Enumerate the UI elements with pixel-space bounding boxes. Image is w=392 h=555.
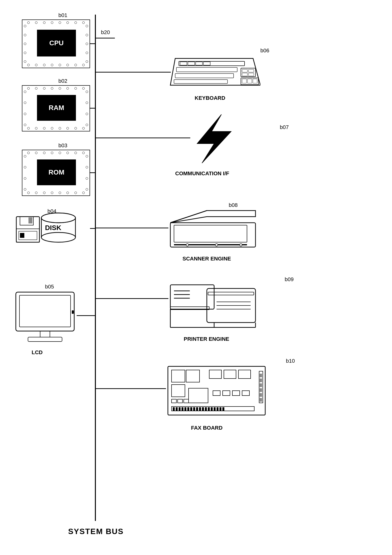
svg-point-11 [41, 213, 75, 223]
svg-rect-34 [247, 79, 252, 83]
ref-b01: b01 [58, 12, 67, 18]
disk-hline [90, 228, 95, 229]
ref-b08: b08 [229, 202, 238, 208]
svg-rect-14 [19, 295, 71, 327]
lcd-hline [77, 315, 95, 316]
svg-rect-99 [184, 399, 189, 403]
svg-rect-3 [16, 229, 39, 242]
keyboard-text-label: KEYBOARD [195, 95, 225, 101]
svg-rect-88 [219, 407, 221, 411]
svg-rect-29 [242, 73, 247, 76]
lcd-monitor [13, 291, 77, 344]
svg-rect-30 [248, 69, 254, 72]
svg-rect-82 [202, 407, 204, 411]
svg-marker-37 [170, 211, 255, 223]
ram-hline [90, 108, 95, 109]
printer-icon [168, 282, 260, 331]
svg-rect-22 [196, 62, 202, 65]
svg-text:DISK: DISK [45, 224, 61, 231]
svg-rect-67 [213, 391, 220, 396]
svg-rect-89 [222, 407, 224, 411]
svg-rect-83 [205, 407, 207, 411]
svg-rect-63 [209, 370, 221, 379]
svg-rect-84 [208, 407, 210, 411]
svg-point-10 [41, 232, 75, 242]
cpu-hline [90, 43, 95, 44]
svg-rect-92 [260, 379, 262, 382]
svg-rect-25 [175, 74, 234, 78]
keyboard-hline [95, 72, 171, 73]
ref-b07: b07 [280, 124, 289, 130]
svg-rect-2 [28, 217, 32, 223]
ref-b20: b20 [101, 29, 110, 36]
svg-rect-69 [232, 391, 240, 396]
floppy-icon [15, 215, 42, 245]
svg-rect-96 [260, 398, 262, 402]
svg-rect-80 [196, 407, 198, 411]
scanner-hline [95, 228, 168, 228]
svg-rect-20 [180, 62, 187, 65]
rom-hline [90, 172, 95, 173]
fax-board-text-label: FAX BOARD [191, 425, 223, 431]
svg-rect-60 [172, 370, 185, 382]
svg-rect-21 [188, 62, 195, 65]
scanner-icon [168, 208, 260, 251]
svg-rect-23 [203, 62, 210, 65]
system-bus-line [95, 15, 96, 521]
fax-board-icon [165, 364, 268, 420]
svg-rect-40 [174, 225, 247, 242]
svg-rect-64 [224, 370, 236, 379]
svg-rect-93 [260, 383, 262, 387]
ram-chip: RAM [22, 85, 90, 131]
comm-hline [95, 138, 190, 138]
svg-rect-78 [190, 407, 192, 411]
ram-label: RAM [37, 95, 76, 121]
printer-hline [95, 298, 168, 299]
comm-if-icon [182, 112, 241, 166]
svg-rect-95 [260, 393, 262, 397]
svg-rect-70 [242, 391, 249, 396]
disk-cylinder: DISK [39, 212, 78, 243]
svg-rect-75 [182, 407, 183, 411]
svg-rect-87 [217, 407, 219, 411]
svg-rect-16 [28, 337, 62, 342]
svg-rect-28 [242, 69, 247, 72]
svg-rect-24 [176, 67, 237, 72]
svg-rect-72 [173, 407, 175, 411]
rom-label: ROM [37, 159, 76, 185]
svg-point-44 [240, 244, 242, 246]
svg-rect-98 [178, 399, 182, 403]
fax-hline [95, 388, 166, 389]
svg-rect-66 [189, 388, 208, 403]
system-bus-label: SYSTEM BUS [68, 527, 124, 536]
ref-b05: b05 [45, 284, 54, 290]
svg-rect-81 [199, 407, 201, 411]
svg-rect-68 [223, 391, 230, 396]
ref-b06: b06 [260, 47, 269, 54]
keyboard-icon [168, 54, 260, 90]
svg-rect-85 [211, 407, 213, 411]
svg-rect-91 [260, 374, 262, 377]
svg-rect-61 [186, 370, 200, 382]
svg-rect-74 [179, 407, 181, 411]
svg-marker-36 [197, 114, 231, 163]
svg-rect-79 [193, 407, 195, 411]
svg-rect-94 [260, 388, 262, 392]
b20-line [95, 38, 115, 38]
svg-rect-13 [16, 292, 74, 331]
cpu-chip: CPU [22, 19, 90, 68]
svg-line-38 [170, 211, 207, 223]
ref-b02: b02 [58, 78, 67, 84]
svg-rect-97 [172, 399, 176, 403]
svg-point-42 [186, 244, 189, 246]
svg-rect-77 [187, 407, 189, 411]
svg-rect-35 [253, 79, 257, 83]
svg-rect-65 [238, 370, 251, 379]
svg-rect-41 [174, 244, 247, 245]
svg-rect-33 [242, 79, 246, 83]
svg-rect-5 [20, 233, 24, 238]
svg-rect-15 [40, 331, 50, 337]
svg-rect-26 [174, 80, 228, 83]
svg-point-43 [215, 244, 218, 246]
comm-if-text-label: COMMUNICATION I/F [175, 170, 229, 177]
